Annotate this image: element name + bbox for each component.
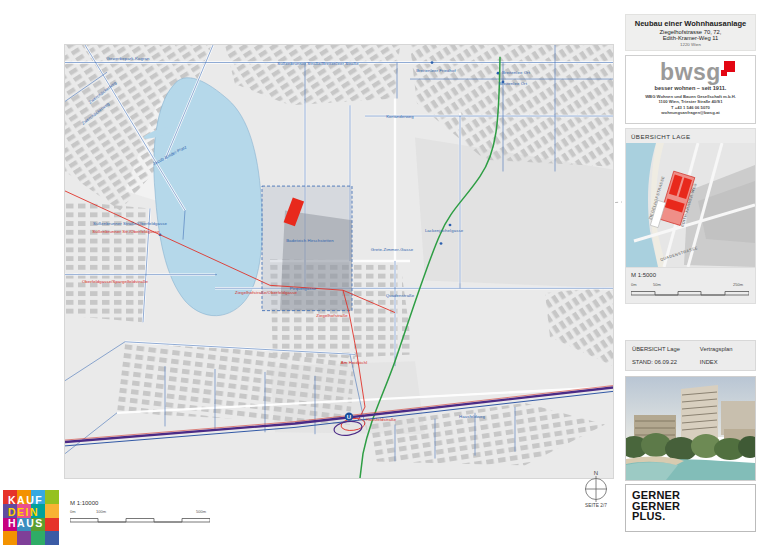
main-map-scale-block: M 1:10000 0m 100m 500m [70,500,210,524]
plan-info-index: INDEX [700,359,749,365]
plan-sheet: U Gewerbepark-KagranSüßenbrunner Straße/… [0,0,770,545]
architect-logo: GERNER GERNER PLUS. [625,484,756,532]
overview-header: ÜBERSICHT LAGE [625,128,756,143]
bwsg-address-block: WBG Wohnen und Bauen Gesellschaft m.b.H.… [626,94,755,116]
overview-map-graphic [626,143,755,267]
page-number: SEITE 2/7 [576,503,616,508]
main-map: U Gewerbepark-KagranSüßenbrunner Straße/… [65,45,613,478]
overview-scale-block: M 1:5000 0m 50m 250m [625,268,756,304]
city-map-graphic: U [65,45,613,478]
plan-info-block: ÜBERSICHT Lage Vertragsplan STAND: 06.09… [625,340,756,371]
kdh-line-kauf: KAUF [8,495,59,507]
overview-scale-bar [631,289,749,297]
architect-logo-line: GERNER [632,490,749,501]
main-map-scale-ticks: 0m 100m 500m [70,509,210,516]
ubahn-station-icon: U [345,413,353,421]
plan-info-title: ÜBERSICHT Lage [632,346,700,352]
svg-text:U: U [347,414,351,420]
kdh-wordmark: KAUF DEIN HAUS [3,490,59,545]
overview-map: ZiegelhofstraßeEdith-Kramer-WegQuadenstr… [625,143,756,268]
project-city: 1220 Wien [628,42,753,47]
kaufdeinhaus-logo: KAUF DEIN HAUS [3,490,59,545]
district-blocks [65,201,150,323]
project-address-2: Edith-Kramer-Weg 11 [628,35,753,41]
overview-scale-ticks: 0m 50m 250m [631,282,750,289]
north-compass: N SEITE 2/7 [576,470,616,508]
main-map-scale-bar [70,516,210,524]
bwsg-email: wohnungsanfragen@bwsg.at [626,110,755,115]
project-title-block: Neubau einer Wohnhausanlage Ziegelhofstr… [625,14,756,51]
bwsg-logo-text: bwsg [660,59,721,85]
bwsg-logo-square-small [721,70,727,76]
bwsg-logo-block: bwsg besser wohnen – seit 1911. WBG Wohn… [625,55,756,124]
architect-logo-line: PLUS. [632,511,749,522]
title-panel: Neubau einer Wohnhausanlage Ziegelhofstr… [625,14,756,532]
project-title: Neubau einer Wohnhausanlage [628,19,753,28]
kdh-line-haus: HAUS [8,518,59,530]
rendering-graphic [626,377,755,480]
compass-icon [576,476,616,502]
overview-scale-text: M 1:5000 [631,272,750,278]
bwsg-tagline: besser wohnen – seit 1911. [626,85,755,91]
plan-info-stand: STAND: 06.09.22 [632,359,700,365]
plan-info-type: Vertragsplan [700,346,749,352]
project-rendering [625,376,756,481]
detail-area-shadow [280,210,352,310]
main-map-scale-text: M 1:10000 [70,500,210,506]
